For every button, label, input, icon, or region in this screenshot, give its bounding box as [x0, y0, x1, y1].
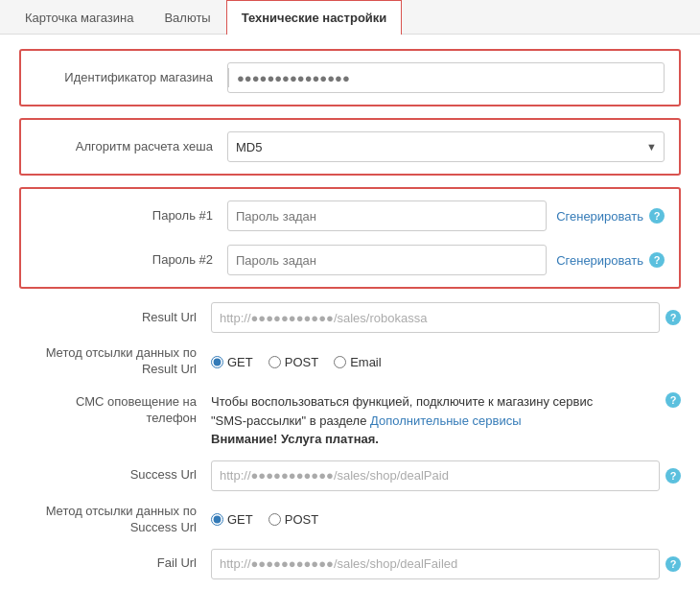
result-post-label: POST — [285, 355, 318, 369]
store-id-section: Идентификатор магазина — [19, 49, 681, 106]
hash-algo-row: Алгоритм расчета хеша MD5 SHA1 SHA256 ▼ — [35, 130, 665, 164]
success-post-radio[interactable] — [268, 513, 281, 526]
tab-tech-settings[interactable]: Технические настройки — [226, 0, 403, 35]
store-id-row: Идентификатор магазина — [35, 60, 665, 95]
success-url-label: Success Url — [19, 466, 211, 484]
result-method-radio-group: GET POST Email — [211, 355, 382, 369]
result-get-option[interactable]: GET — [211, 355, 253, 369]
fail-url-help-icon[interactable]: ? — [665, 556, 681, 572]
generate-password2-link[interactable]: Сгенерировать — [556, 253, 643, 268]
hash-algo-select[interactable]: MD5 SHA1 SHA256 — [227, 131, 665, 162]
password2-row: Пароль #2 Сгенерировать ? — [35, 243, 665, 277]
password2-input[interactable] — [227, 245, 547, 275]
fail-url-row: Fail Url ? — [19, 547, 681, 581]
password1-input[interactable] — [227, 201, 547, 231]
success-method-radio-group: GET POST — [211, 512, 318, 527]
success-get-radio[interactable] — [211, 513, 223, 526]
success-url-row: Success Url ? — [19, 459, 681, 493]
password2-help-icon[interactable]: ? — [649, 252, 665, 268]
result-method-row: Метод отсылки данных поResult Url GET PO… — [19, 344, 681, 379]
success-url-help-icon[interactable]: ? — [665, 468, 681, 484]
password1-input-group: Сгенерировать ? — [227, 201, 665, 231]
store-id-label: Идентификатор магазина — [35, 69, 227, 86]
result-get-radio[interactable] — [211, 356, 223, 368]
tabs-bar: Карточка магазина Валюты Технические нас… — [0, 0, 700, 35]
store-id-input[interactable] — [229, 67, 664, 89]
success-get-option[interactable]: GET — [211, 512, 253, 527]
result-post-option[interactable]: POST — [268, 355, 318, 369]
fail-url-label: Fail Url — [19, 555, 211, 572]
tab-store-card[interactable]: Карточка магазина — [10, 0, 149, 35]
sms-row: СМС оповещение нателефон Чтобы воспользо… — [19, 389, 681, 449]
result-email-radio[interactable] — [334, 356, 346, 368]
success-post-option[interactable]: POST — [268, 512, 318, 527]
sms-info-text2: "SMS-рассылки" в разделе — [211, 413, 370, 428]
success-post-label: POST — [285, 512, 318, 527]
tab-currencies[interactable]: Валюты — [149, 0, 225, 35]
fail-url-input[interactable] — [211, 549, 660, 579]
hash-algo-select-wrapper: MD5 SHA1 SHA256 ▼ — [227, 131, 665, 162]
success-url-input[interactable] — [211, 460, 660, 491]
hash-algo-label: Алгоритм расчета хеша — [35, 138, 227, 155]
password1-help-icon[interactable]: ? — [649, 208, 665, 224]
result-url-help-icon[interactable]: ? — [665, 310, 681, 325]
store-id-field — [227, 62, 665, 93]
generate-password1-link[interactable]: Сгенерировать — [556, 209, 643, 224]
result-post-radio[interactable] — [268, 356, 281, 368]
result-url-row: Result Url ? — [19, 300, 681, 335]
hash-algo-section: Алгоритм расчета хеша MD5 SHA1 SHA256 ▼ — [19, 118, 681, 176]
main-content: Идентификатор магазина Алгоритм расчета … — [0, 35, 700, 590]
success-method-row: Метод отсылки данных поSuccess Url GET P… — [19, 503, 681, 537]
result-email-option[interactable]: Email — [334, 355, 382, 369]
result-url-label: Result Url — [19, 309, 211, 326]
passwords-section: Пароль #1 Сгенерировать ? Пароль #2 Сген… — [19, 187, 681, 289]
sms-label: СМС оповещение нателефон — [19, 392, 211, 427]
result-method-label: Метод отсылки данных поResult Url — [19, 345, 211, 378]
success-method-label: Метод отсылки данных поSuccess Url — [19, 504, 211, 536]
password2-input-group: Сгенерировать ? — [227, 245, 665, 275]
password1-label: Пароль #1 — [35, 207, 227, 224]
sms-info-warning: Внимание! Услуга платная. — [211, 432, 379, 446]
sms-info-text1: Чтобы воспользоваться функцией, подключи… — [211, 394, 593, 409]
password1-row: Пароль #1 Сгенерировать ? — [35, 199, 665, 233]
result-get-label: GET — [227, 355, 253, 369]
sms-info-link[interactable]: Дополнительные сервисы — [370, 413, 522, 428]
password2-label: Пароль #2 — [35, 251, 227, 269]
success-get-label: GET — [227, 512, 253, 527]
sms-info-box: Чтобы воспользоваться функцией, подключи… — [211, 392, 660, 449]
sms-help-icon[interactable]: ? — [665, 392, 681, 408]
result-url-input[interactable] — [211, 302, 660, 333]
result-email-label: Email — [350, 355, 382, 369]
